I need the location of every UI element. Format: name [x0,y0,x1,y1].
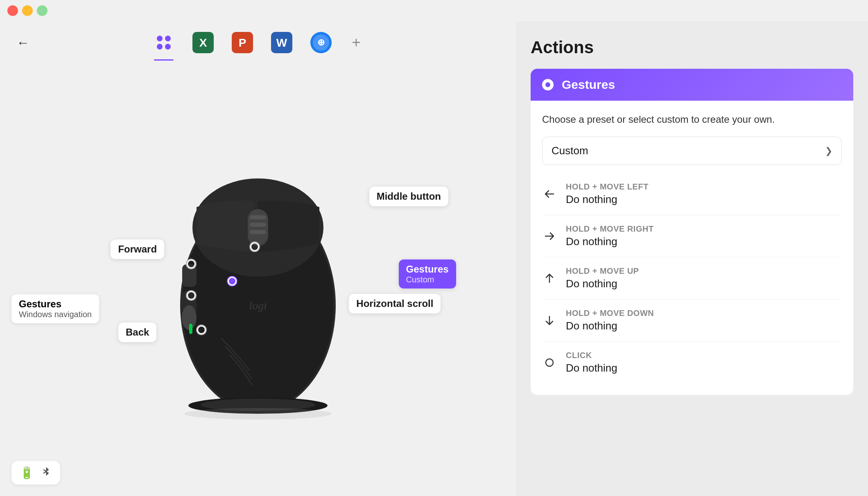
svg-rect-18 [250,223,266,227]
maximize-button[interactable] [37,5,47,16]
action-hold-move-up-label: HOLD + MOVE UP [566,266,639,276]
tab-powerpoint[interactable]: P [228,28,257,57]
action-hold-move-left-label: HOLD + MOVE LEFT [566,182,649,192]
action-hold-move-down-text: HOLD + MOVE DOWN Do nothing [566,309,654,332]
svg-point-28 [546,359,553,366]
gestures-side-label[interactable]: Gestures Windows navigation [11,294,99,323]
callout-horizontal-scroll[interactable]: Horizontal scroll [349,294,441,313]
callout-forward[interactable]: Forward [111,239,164,259]
action-hold-move-right-label: HOLD + MOVE RIGHT [566,224,654,234]
gestures-radio[interactable] [542,79,554,90]
arrow-up-icon [542,271,557,286]
callout-gestures-label: Gestures [406,264,449,275]
chevron-down-icon: ❯ [825,146,832,156]
svg-rect-23 [189,324,192,334]
tab-excel[interactable]: X [188,28,218,57]
svg-point-0 [157,36,163,41]
svg-text:X: X [199,36,207,49]
callout-middle-button-label: Middle button [377,191,441,202]
action-click-label: CLICK [566,351,617,360]
callout-back-label: Back [126,327,149,338]
gestures-dot [228,277,237,286]
gestures-side-main: Gestures [19,298,92,310]
action-hold-move-up[interactable]: HOLD + MOVE UP Do nothing [542,257,842,300]
right-panel: Actions Gestures Choose a preset or sele… [516,21,868,496]
back-button[interactable]: ← [16,35,29,50]
gestures-header-label: Gestures [562,78,615,92]
action-hold-move-up-text: HOLD + MOVE UP Do nothing [566,266,639,290]
minimize-button[interactable] [22,5,33,16]
callout-back[interactable]: Back [118,322,156,342]
gestures-side-sub: Windows navigation [19,310,92,319]
svg-rect-16 [248,209,268,246]
svg-point-27 [184,408,332,419]
preset-description: Choose a preset or select custom to crea… [542,112,842,127]
svg-text:W: W [276,36,287,49]
arrow-right-icon [542,229,557,243]
callout-forward-label: Forward [118,243,157,255]
svg-point-1 [165,36,171,41]
action-hold-move-right[interactable]: HOLD + MOVE RIGHT Do nothing [542,215,842,257]
svg-text:⊕: ⊕ [317,37,325,47]
app-body: ← X P [0,21,868,496]
arrow-left-icon [542,187,557,201]
callout-middle-button[interactable]: Middle button [369,187,448,206]
callout-horizontal-scroll-label: Horizontal scroll [356,298,433,309]
callout-gestures[interactable]: Gestures Custom [399,259,456,289]
action-click-text: CLICK Do nothing [566,351,617,374]
gestures-body: Choose a preset or select custom to crea… [531,101,853,395]
action-hold-move-down-value: Do nothing [566,320,654,332]
panel-title: Actions [531,38,853,57]
svg-rect-19 [250,230,266,234]
mouse-area: Gestures Windows navigation [0,57,516,496]
left-panel: ← X P [0,21,516,496]
action-hold-move-down-label: HOLD + MOVE DOWN [566,309,654,318]
svg-text:P: P [239,36,246,49]
add-app-button[interactable]: + [346,32,367,53]
svg-point-2 [157,44,163,50]
tab-safari[interactable]: ⊕ [306,28,336,57]
bottom-status: 🔋 [11,461,60,485]
preset-dropdown-label: Custom [552,144,588,157]
titlebar [0,0,868,21]
action-click[interactable]: CLICK Do nothing [542,342,842,383]
preset-dropdown[interactable]: Custom ❯ [542,137,842,165]
tab-word[interactable]: W [267,28,296,57]
top-nav: ← X P [0,21,516,57]
action-hold-move-right-value: Do nothing [566,235,654,248]
action-hold-move-left-value: Do nothing [566,193,649,206]
action-click-value: Do nothing [566,362,617,374]
gestures-header[interactable]: Gestures [531,69,853,101]
bluetooth-icon [41,466,52,480]
action-hold-move-right-text: HOLD + MOVE RIGHT Do nothing [566,224,654,248]
action-hold-move-left-text: HOLD + MOVE LEFT Do nothing [566,182,649,206]
close-button[interactable] [7,5,18,16]
tab-all-apps[interactable] [149,28,179,57]
svg-rect-17 [250,215,266,219]
action-hold-move-left[interactable]: HOLD + MOVE LEFT Do nothing [542,173,842,215]
svg-text:logi: logi [249,299,267,312]
callout-gestures-sub: Custom [406,275,449,284]
action-hold-move-up-value: Do nothing [566,277,639,290]
battery-icon: 🔋 [20,466,34,480]
action-hold-move-down[interactable]: HOLD + MOVE DOWN Do nothing [542,300,842,342]
svg-point-3 [165,44,171,50]
arrow-down-icon [542,313,557,328]
mouse-image: logi [131,133,385,420]
circle-icon [542,355,557,370]
